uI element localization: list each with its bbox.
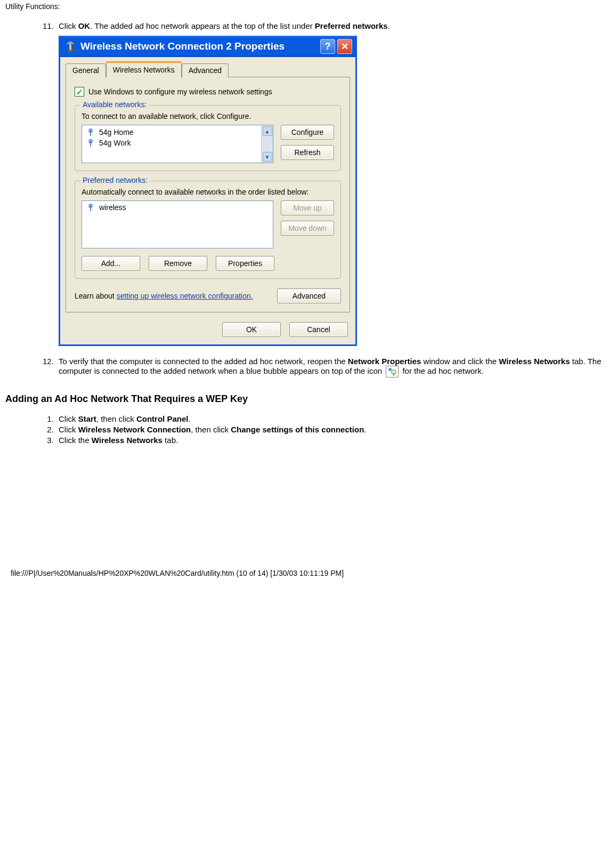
ok-button[interactable]: OK [222,322,281,337]
t: , then click [96,414,136,423]
configure-button[interactable]: Configure [281,125,334,140]
tab-general[interactable]: General [66,63,106,77]
wireless-icon [64,41,76,52]
tab-strip: General Wireless Networks Advanced [60,57,355,77]
t: Change settings of this connection [231,425,364,434]
t: . [364,425,366,434]
learn-link[interactable]: setting up wireless network configuratio… [117,292,253,300]
t: Wireless Network Connection [78,425,191,434]
help-button[interactable]: ? [320,39,335,54]
t: . The added ad hoc network appears at th… [90,21,315,30]
use-windows-label: Use Windows to configure my wireless net… [88,87,272,96]
cancel-button[interactable]: Cancel [289,322,348,337]
preferred-desc: Automatically connect to available netwo… [82,188,334,196]
t: Preferred networks [315,21,388,30]
t: tab. [163,436,178,445]
t: Learn about [75,292,117,300]
tab-advanced[interactable]: Advanced [182,63,229,77]
svg-rect-0 [69,43,71,50]
available-desc: To connect to an available network, clic… [82,112,334,120]
t: Start [78,414,96,423]
add-button[interactable]: Add... [82,256,140,271]
available-networks-group: Available networks: To connect to an ava… [75,105,341,171]
preferred-title: Preferred networks: [80,176,150,184]
scrollbar[interactable]: ▲ ▼ [261,125,273,163]
svg-point-10 [90,205,91,206]
preferred-networks-group: Preferred networks: Automatically connec… [75,181,341,279]
t: Click [59,21,78,30]
use-windows-checkbox[interactable]: ✓ [75,87,84,97]
learn-text: Learn about setting up wireless network … [75,292,253,300]
t: Click [59,425,78,434]
item-label: 54g Work [99,139,131,147]
t: . [388,21,390,30]
t: Click [59,414,78,423]
svg-point-11 [388,368,392,371]
step-12: To verify that the computer is connected… [56,357,604,377]
properties-dialog: Wireless Network Connection 2 Properties… [59,36,357,346]
step-11: Click OK. The added ad hoc network appea… [56,21,604,346]
available-title: Available networks: [80,100,149,109]
title-text: Wireless Network Connection 2 Properties [80,41,318,52]
svg-point-7 [90,141,91,142]
antenna-icon [86,128,95,136]
available-listbox[interactable]: 54g Home 54g Work [82,125,273,163]
list-item[interactable]: 54g Work [82,138,261,148]
substep-2: Click Wireless Network Connection, then … [56,425,604,434]
preferred-listbox[interactable]: wireless [82,200,273,248]
t: Click the [59,436,92,445]
item-label: 54g Home [99,128,134,136]
t: for the ad hoc network. [400,366,484,375]
t: Control Panel [136,414,189,423]
item-label: wireless [99,203,126,212]
scroll-up-icon[interactable]: ▲ [263,126,272,136]
titlebar: Wireless Network Connection 2 Properties… [60,36,355,57]
list-item[interactable]: 54g Home [82,127,261,138]
antenna-icon [86,203,95,212]
t: window and click the [421,357,499,366]
close-button[interactable]: ✕ [337,39,352,54]
move-down-button[interactable]: Move down [281,221,334,236]
t: Network Properties [348,357,421,366]
svg-rect-1 [68,50,72,51]
t: OK [78,21,91,30]
subheading: Adding an Ad Hoc Network That Requires a… [5,393,604,405]
refresh-button[interactable]: Refresh [281,145,334,160]
t: To verify that the computer is connected… [59,357,348,366]
scroll-down-icon[interactable]: ▼ [263,152,272,162]
t: . [188,414,190,423]
list-item[interactable]: wireless [82,201,273,214]
properties-button[interactable]: Properties [216,256,274,271]
step11-text: Click OK. The added ad hoc network appea… [59,21,390,30]
adhoc-connected-icon [386,366,399,377]
tab-wireless-networks[interactable]: Wireless Networks [106,61,182,78]
substep-1: Click Start, then click Control Panel. [56,414,604,423]
t: Wireless Networks [499,357,570,366]
page-header: Utility Functions: [5,2,604,11]
substep-3: Click the Wireless Networks tab. [56,436,604,445]
remove-button[interactable]: Remove [149,256,207,271]
advanced-button[interactable]: Advanced [277,288,341,303]
t: Wireless Networks [92,436,163,445]
antenna-icon [86,139,95,147]
svg-point-4 [90,130,91,131]
tab-panel: ✓ Use Windows to configure my wireless n… [66,77,350,312]
t: , then click [191,425,231,434]
move-up-button[interactable]: Move up [281,200,334,215]
